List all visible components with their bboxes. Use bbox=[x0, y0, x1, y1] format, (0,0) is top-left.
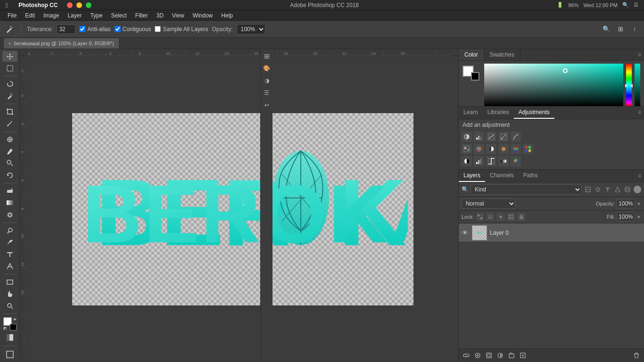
photo-filter-icon[interactable] bbox=[498, 144, 509, 154]
opacity-chevron-icon[interactable]: ▼ bbox=[636, 201, 641, 206]
window-minimize[interactable] bbox=[76, 2, 82, 8]
tab-layers[interactable]: Layers bbox=[459, 170, 485, 182]
type-tool[interactable] bbox=[2, 249, 17, 260]
adjustments-icon[interactable]: ◑ bbox=[262, 75, 272, 86]
hue-spectrum[interactable] bbox=[626, 64, 632, 106]
app-name-menu[interactable]: Photoshop CC bbox=[15, 1, 61, 9]
black-white-icon[interactable] bbox=[486, 144, 496, 154]
screen-mode-tool[interactable] bbox=[2, 349, 17, 360]
blur-tool[interactable] bbox=[2, 209, 17, 220]
hand-tool[interactable] bbox=[2, 288, 17, 299]
new-group-icon[interactable] bbox=[507, 351, 516, 360]
menu-type[interactable]: Type bbox=[86, 11, 106, 20]
levels-icon[interactable] bbox=[474, 132, 484, 142]
search-panel-icon[interactable]: 🔍 bbox=[601, 24, 612, 35]
eraser-tool[interactable] bbox=[2, 186, 17, 197]
opacity-spectrum[interactable] bbox=[635, 64, 640, 106]
sample-layers-icon[interactable]: ⊞ bbox=[262, 51, 272, 61]
magic-wand-tool[interactable] bbox=[2, 90, 17, 101]
anti-alias-checkbox[interactable] bbox=[79, 26, 85, 32]
quick-mask-tool[interactable] bbox=[2, 332, 17, 343]
menu-window[interactable]: Window bbox=[189, 11, 217, 20]
crop-tool[interactable] bbox=[2, 107, 17, 117]
canvas-image[interactable]: B E R bbox=[72, 113, 413, 305]
new-layer-icon[interactable] bbox=[518, 351, 528, 360]
menu-image[interactable]: Image bbox=[40, 11, 63, 20]
lock-artboard-icon[interactable] bbox=[507, 213, 515, 221]
add-layer-style-icon[interactable] bbox=[473, 351, 482, 360]
search-icon[interactable]: 🔍 bbox=[622, 2, 629, 8]
healing-tool[interactable] bbox=[2, 134, 17, 145]
document-tab[interactable]: × berakaaaal.png @ 100% (Layer 0, RGB/8*… bbox=[4, 38, 119, 49]
lock-position-icon[interactable] bbox=[496, 213, 505, 221]
brightness-contrast-icon[interactable] bbox=[462, 132, 472, 142]
tab-learn[interactable]: Learn bbox=[459, 107, 483, 119]
zoom-tool[interactable] bbox=[2, 300, 17, 311]
canvas-area[interactable]: // Ruler ticks drawn in SVG 0 2 4 6 8 10… bbox=[20, 49, 458, 362]
tab-channels[interactable]: Channels bbox=[485, 170, 519, 182]
window-close[interactable] bbox=[67, 2, 73, 8]
filter-adjustment-icon[interactable] bbox=[594, 185, 602, 194]
history-icon[interactable]: ↩ bbox=[262, 100, 272, 110]
layers-panel-menu[interactable]: ≡ bbox=[635, 170, 644, 182]
adjustments-menu-icon[interactable]: ≡ bbox=[635, 107, 644, 119]
tab-color[interactable]: Color bbox=[459, 49, 484, 60]
lock-transparent-icon[interactable] bbox=[476, 213, 484, 221]
layer-item-0[interactable]: 👁 BK Layer 0 bbox=[459, 223, 644, 242]
marquee-tool[interactable] bbox=[2, 63, 17, 74]
fg-bg-color-picker[interactable]: ⇄ ◩ bbox=[3, 317, 17, 330]
filter-type-icon[interactable] bbox=[603, 185, 612, 194]
color-lookup-icon[interactable] bbox=[523, 144, 533, 154]
selective-color-icon[interactable] bbox=[511, 156, 521, 166]
history-brush-tool[interactable] bbox=[2, 170, 17, 181]
posterize-icon[interactable] bbox=[474, 156, 484, 166]
layer-visibility-toggle[interactable]: 👁 bbox=[462, 229, 469, 237]
color-gradient-field[interactable] bbox=[484, 64, 623, 106]
filter-shape-icon[interactable] bbox=[613, 185, 622, 194]
layers-icon-strip[interactable]: ☰ bbox=[262, 88, 272, 98]
vibrance-icon[interactable] bbox=[511, 132, 521, 142]
filter-toggle-button[interactable] bbox=[634, 186, 641, 193]
pen-tool[interactable] bbox=[2, 237, 17, 248]
tab-libraries[interactable]: Libraries bbox=[483, 107, 514, 119]
gradient-map-icon[interactable] bbox=[498, 156, 509, 166]
threshold-icon[interactable] bbox=[486, 156, 496, 166]
eyedropper-tool[interactable] bbox=[2, 118, 17, 129]
tab-close-icon[interactable]: × bbox=[8, 41, 11, 46]
menu-view[interactable]: View bbox=[168, 11, 188, 20]
menu-filter[interactable]: Filter bbox=[132, 11, 152, 20]
default-colors-icon[interactable]: ◩ bbox=[3, 326, 7, 330]
share-icon[interactable]: ↑ bbox=[629, 24, 640, 35]
menu-file[interactable]: File bbox=[4, 11, 20, 20]
clone-tool[interactable] bbox=[2, 158, 17, 169]
path-selection-tool[interactable] bbox=[2, 261, 17, 272]
lock-all-icon[interactable] bbox=[517, 213, 526, 221]
menu-help[interactable]: Help bbox=[217, 11, 237, 20]
lasso-tool[interactable] bbox=[2, 79, 17, 90]
filter-smartobj-icon[interactable] bbox=[623, 185, 632, 194]
exposure-icon[interactable] bbox=[498, 132, 509, 142]
opacity-select[interactable]: 100% 75% 50% 25% bbox=[237, 24, 265, 34]
move-tool[interactable] bbox=[2, 51, 17, 62]
color-balance-icon[interactable] bbox=[474, 144, 484, 154]
tolerance-input[interactable] bbox=[57, 25, 75, 34]
gradient-tool[interactable] bbox=[2, 197, 17, 208]
link-layers-icon[interactable] bbox=[462, 351, 471, 360]
menu-layer[interactable]: Layer bbox=[64, 11, 85, 20]
window-maximize[interactable] bbox=[86, 2, 91, 8]
add-mask-icon[interactable] bbox=[484, 351, 494, 360]
color-panel-menu-icon[interactable]: ≡ bbox=[635, 49, 644, 60]
invert-icon[interactable] bbox=[462, 156, 472, 166]
layer-kind-filter[interactable]: Kind Name Effect Mode Attribute Color bbox=[471, 184, 582, 195]
dodge-tool[interactable] bbox=[2, 225, 17, 236]
magic-wand-tool-icon[interactable] bbox=[4, 24, 15, 35]
hue-saturation-icon[interactable] bbox=[462, 144, 472, 154]
menu-edit[interactable]: Edit bbox=[21, 11, 39, 20]
tab-paths[interactable]: Paths bbox=[519, 170, 543, 182]
menu-select[interactable]: Select bbox=[107, 11, 130, 20]
blend-mode-select[interactable]: Normal Dissolve Multiply Screen Overlay … bbox=[462, 198, 516, 209]
new-adjustment-layer-icon[interactable] bbox=[495, 351, 505, 360]
fill-value-input[interactable] bbox=[616, 212, 635, 222]
channel-mixer-icon[interactable] bbox=[511, 144, 521, 154]
lock-image-icon[interactable] bbox=[486, 213, 495, 221]
